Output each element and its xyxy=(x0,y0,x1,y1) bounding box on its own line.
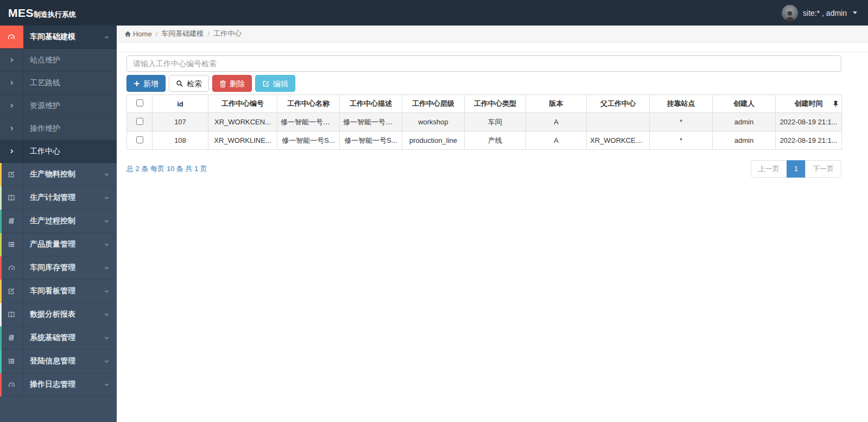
user-menu[interactable]: site:* , admin xyxy=(782,5,868,21)
cell-attached-site: * xyxy=(650,113,713,131)
sidebar-item-site-maintenance[interactable]: 站点维护 xyxy=(0,49,117,72)
chevron-down-icon xyxy=(104,288,110,294)
sidebar-item-system-basic-management[interactable]: 系统基础管理 xyxy=(0,326,117,350)
page-1-button[interactable]: 1 xyxy=(787,160,806,178)
sidebar-item-data-analysis-report[interactable]: 数据分析报表 xyxy=(0,303,117,326)
breadcrumb-item-workshop-modeling[interactable]: 车间基础建模 xyxy=(161,29,204,39)
gauge-icon xyxy=(8,264,16,272)
sidebar-item-label: 操作维护 xyxy=(30,124,60,134)
sidebar-item-label: 车间库存管理 xyxy=(30,263,75,273)
row-checkbox[interactable] xyxy=(136,136,143,143)
cell-attached-site: * xyxy=(650,131,713,150)
chevron-up-icon xyxy=(104,34,110,40)
cell-create-time: 2022-08-19 21:1... xyxy=(776,131,842,150)
sidebar-item-label: 生产过程控制 xyxy=(30,216,75,226)
accent-bar xyxy=(0,163,2,186)
column-header-work-center-code: 工作中心编号 xyxy=(208,95,277,113)
sidebar-item-process-route[interactable]: 工艺路线 xyxy=(0,72,117,95)
cell-creator: admin xyxy=(713,113,776,131)
column-header-work-center-name: 工作中心名称 xyxy=(277,95,340,113)
cell-work-center-desc: 修一智能一号车间 xyxy=(340,113,402,131)
add-button[interactable]: 新增 xyxy=(126,75,166,92)
row-select-cell xyxy=(127,131,153,150)
chevron-right-icon xyxy=(9,80,15,86)
sidebar-item-work-center[interactable]: 工作中心 xyxy=(0,140,117,163)
chevron-down-icon xyxy=(104,172,110,178)
breadcrumb: Home / 车间基础建模 / 工作中心 xyxy=(117,26,868,42)
accent-bar xyxy=(0,256,2,280)
cell-parent-work-center: XR_WORKCEN... xyxy=(587,131,650,150)
sidebar-item-production-plan-management[interactable]: 生产计划管理 xyxy=(0,186,117,210)
toolbar: 新增 检索 删除 编辑 xyxy=(126,75,868,92)
cell-work-center-type: 车间 xyxy=(465,113,526,131)
chevron-down-icon xyxy=(104,218,110,224)
sidebar-item-workshop-basic-modeling[interactable]: 车间基础建模 xyxy=(0,26,117,49)
cell-creator: admin xyxy=(713,131,776,150)
sidebar-item-label: 操作日志管理 xyxy=(30,380,75,389)
sidebar-item-label: 生产计划管理 xyxy=(30,193,75,203)
chevron-right-icon xyxy=(9,103,15,109)
accent-bar xyxy=(0,303,2,326)
sidebar-item-production-material-control[interactable]: 生产物料控制 xyxy=(0,163,117,186)
column-header-version: 版本 xyxy=(526,95,587,113)
app-logo: MES制造执行系统 xyxy=(0,7,117,20)
sidebar-item-operation-log-management[interactable]: 操作日志管理 xyxy=(0,373,117,396)
sidebar-item-resource-maintenance[interactable]: 资源维护 xyxy=(0,95,117,117)
gauge-icon xyxy=(7,33,16,41)
chevron-down-icon xyxy=(104,242,110,248)
delete-button[interactable]: 删除 xyxy=(212,75,252,92)
chevron-down-icon xyxy=(104,265,110,271)
logo-text-primary: MES xyxy=(8,7,34,20)
pagination: 上一页 1 下一页 xyxy=(751,160,841,178)
sidebar-item-workshop-kanban-management[interactable]: 车间看板管理 xyxy=(0,280,117,303)
column-header-create-time: 创建时间 xyxy=(776,95,842,113)
sidebar-item-label: 登陆信息管理 xyxy=(30,356,75,366)
accent-bar xyxy=(0,326,2,350)
sidebar-item-label: 车间看板管理 xyxy=(30,286,75,296)
accent-bar xyxy=(0,280,2,303)
breadcrumb-item-work-center: 工作中心 xyxy=(213,29,242,39)
book-icon xyxy=(8,217,15,225)
table-header-row: id 工作中心编号 工作中心名称 工作中心描述 工作中心层级 工作中心类型 版本… xyxy=(127,95,842,113)
sidebar-item-product-quality-management[interactable]: 产品质量管理 xyxy=(0,233,117,256)
main-content: Home / 车间基础建模 / 工作中心 新增 xyxy=(117,26,868,422)
accent-bar xyxy=(0,233,2,256)
pagination-summary: 总 2 条 每页 10 条 共 1 页 xyxy=(126,164,207,174)
chevron-right-icon xyxy=(9,148,15,154)
sidebar-item-production-process-control[interactable]: 生产过程控制 xyxy=(0,210,117,233)
edit-button[interactable]: 编辑 xyxy=(255,75,295,92)
table-row[interactable]: 107 XR_WORKCEN... 修一智能一号车间 修一智能一号车间 work… xyxy=(127,113,842,131)
select-all-checkbox[interactable] xyxy=(136,99,143,106)
cell-work-center-desc: 修一智能一号S... xyxy=(340,131,402,150)
cell-work-center-level: production_line xyxy=(402,131,465,150)
sidebar-item-workshop-inventory-management[interactable]: 车间库存管理 xyxy=(0,256,117,280)
cell-id: 107 xyxy=(153,113,208,131)
search-button[interactable]: 检索 xyxy=(169,75,209,92)
table-row[interactable]: 108 XR_WORKLINE... 修一智能一号S... 修一智能一号S...… xyxy=(127,131,842,150)
breadcrumb-separator: / xyxy=(156,30,158,38)
columns-icon xyxy=(8,311,15,318)
cell-work-center-name: 修一智能一号S... xyxy=(277,131,340,150)
accent-bar xyxy=(0,186,2,210)
home-icon xyxy=(124,30,131,37)
pagination-bar: 总 2 条 每页 10 条 共 1 页 上一页 1 下一页 xyxy=(126,160,841,178)
breadcrumb-separator: / xyxy=(207,30,210,38)
logo-text-secondary: 制造执行系统 xyxy=(34,10,76,20)
cell-work-center-name: 修一智能一号车间 xyxy=(277,113,340,131)
sidebar: 车间基础建模 站点维护 工艺路线 资源维护 操作维护 工作中心 xyxy=(0,26,117,422)
sidebar-item-label: 生产物料控制 xyxy=(30,169,75,179)
search-icon xyxy=(176,80,183,87)
cell-create-time: 2022-08-19 21:1... xyxy=(776,113,842,131)
search-input[interactable] xyxy=(126,55,841,72)
sidebar-item-operation-maintenance[interactable]: 操作维护 xyxy=(0,117,117,140)
sidebar-item-login-info-management[interactable]: 登陆信息管理 xyxy=(0,350,117,373)
sidebar-item-label: 系统基础管理 xyxy=(30,333,75,343)
pencil-square-icon xyxy=(8,171,15,178)
cell-id: 108 xyxy=(153,131,208,150)
row-checkbox[interactable] xyxy=(136,118,143,125)
breadcrumb-home[interactable]: Home xyxy=(124,30,152,38)
plus-icon xyxy=(134,80,140,87)
next-page-button[interactable]: 下一页 xyxy=(805,160,841,178)
prev-page-button[interactable]: 上一页 xyxy=(751,160,787,178)
columns-icon xyxy=(8,194,15,201)
